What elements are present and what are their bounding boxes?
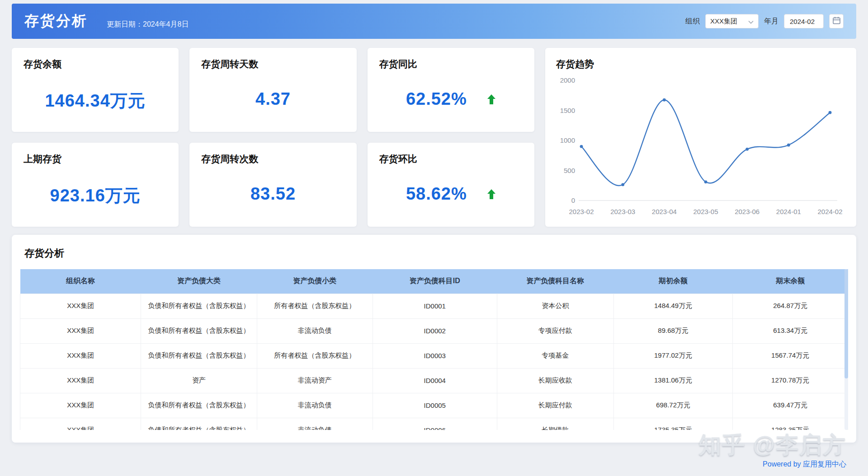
- table-cell: 非流动负债: [257, 418, 373, 430]
- period-input[interactable]: 2024-02: [784, 14, 824, 28]
- table-cell: 264.87万元: [733, 294, 848, 318]
- trend-up-icon: [487, 189, 496, 200]
- kpi-grid: 存货余额1464.34万元存货周转天数4.37存货同比62.52%上期存货923…: [12, 48, 534, 227]
- powered-by-text: Powered by: [763, 460, 803, 468]
- table-header-cell: 资产负债大类: [141, 269, 257, 294]
- kpi-label: 存货环比: [379, 153, 523, 165]
- kpi-label: 存货同比: [379, 58, 523, 70]
- table-cell: XXX集团: [20, 418, 141, 430]
- kpi-value: 923.16万元: [50, 184, 141, 207]
- kpi-section: 存货余额1464.34万元存货周转天数4.37存货同比62.52%上期存货923…: [12, 48, 856, 227]
- table-card: 存货分析 组织名称资产负债大类资产负债小类资产负债科目ID资产负债科目名称期初余…: [12, 235, 856, 443]
- table-header-cell: 资产负债科目ID: [373, 269, 497, 294]
- table-cell: 负债和所有者权益（含股东权益）: [141, 393, 257, 418]
- watermark: 知乎 @李启方: [0, 432, 846, 458]
- period-label: 年月: [764, 17, 778, 26]
- table-cell: XXX集团: [20, 343, 141, 368]
- svg-text:2023-02: 2023-02: [569, 208, 594, 215]
- table-cell: 1567.74万元: [733, 343, 848, 368]
- table-cell: 639.47万元: [733, 393, 848, 418]
- table-cell: 非流动负债: [257, 318, 373, 343]
- table-cell: XXX集团: [20, 393, 141, 418]
- kpi-label: 上期存货: [24, 153, 167, 165]
- table-row: XXX集团资产非流动资产ID0004长期应收款1381.06万元1270.78万…: [20, 368, 848, 393]
- table-cell: XXX集团: [20, 368, 141, 393]
- svg-text:0: 0: [571, 196, 575, 204]
- top-header: 存货分析 更新日期：2024年4月8日 组织 XXX集团 年月 2024-02: [12, 4, 856, 39]
- table-cell: 1270.78万元: [733, 368, 848, 393]
- table-header-cell: 资产负债小类: [257, 269, 373, 294]
- powered-by-link[interactable]: 应用复用中心: [803, 460, 846, 468]
- calendar-button[interactable]: [829, 14, 844, 28]
- table-cell: ID0001: [373, 294, 497, 318]
- org-label: 组织: [685, 17, 700, 26]
- table-cell: 非流动资产: [257, 368, 373, 393]
- table-cell: ID0003: [373, 343, 497, 368]
- chart-title: 存货趋势: [556, 58, 845, 70]
- kpi-value: 1464.34万元: [45, 89, 145, 112]
- svg-text:1000: 1000: [560, 136, 575, 144]
- table-cell: 1283.35万元: [733, 418, 848, 430]
- table-cell: 1735.35万元: [613, 418, 733, 430]
- svg-text:2023-05: 2023-05: [693, 208, 718, 215]
- kpi-label: 存货周转次数: [201, 153, 344, 165]
- table-cell: 所有者权益（含股东权益）: [257, 343, 373, 368]
- table-row: XXX集团负债和所有者权益（含股东权益）非流动负债ID0005长期应付款698.…: [20, 393, 848, 418]
- table-cell: 长期借款: [497, 418, 613, 430]
- kpi-value: 83.52: [250, 184, 296, 204]
- chevron-down-icon: [748, 18, 754, 25]
- table-header-cell: 组织名称: [20, 269, 141, 294]
- table-cell: 1381.06万元: [613, 368, 733, 393]
- table-header-cell: 资产负债科目名称: [497, 269, 613, 294]
- page-title: 存货分析: [24, 11, 88, 31]
- table-cell: 非流动负债: [257, 393, 373, 418]
- table-cell: 负债和所有者权益（含股东权益）: [141, 294, 257, 318]
- svg-text:2024-01: 2024-01: [776, 208, 801, 215]
- table-wrap: 组织名称资产负债大类资产负债小类资产负债科目ID资产负债科目名称期初余额期末余额…: [20, 269, 848, 430]
- table-cell: XXX集团: [20, 318, 141, 343]
- table-row: XXX集团负债和所有者权益（含股东权益）非流动负债ID0006长期借款1735.…: [20, 418, 848, 430]
- kpi-value: 58.62%: [406, 184, 467, 204]
- org-select[interactable]: XXX集团: [705, 14, 759, 28]
- svg-text:2023-03: 2023-03: [610, 208, 635, 215]
- kpi-card-turnover-days: 存货周转天数4.37: [189, 48, 356, 132]
- table-head: 组织名称资产负债大类资产负债小类资产负债科目ID资产负债科目名称期初余额期末余额: [20, 269, 848, 294]
- kpi-value: 4.37: [255, 89, 291, 109]
- table-cell: ID0005: [373, 393, 497, 418]
- table-cell: 所有者权益（含股东权益）: [257, 294, 373, 318]
- scrollbar-thumb[interactable]: [844, 269, 848, 378]
- kpi-card-mom: 存货环比58.62%: [368, 143, 534, 227]
- powered-by: Powered by 应用复用中心: [0, 460, 846, 469]
- table-row: XXX集团负债和所有者权益（含股东权益）所有者权益（含股东权益）ID0001资本…: [20, 294, 848, 318]
- org-select-value: XXX集团: [710, 17, 737, 26]
- calendar-icon: [832, 16, 841, 27]
- table-cell: 专项应付款: [497, 318, 613, 343]
- table-row: XXX集团负债和所有者权益（含股东权益）所有者权益（含股东权益）ID0003专项…: [20, 343, 848, 368]
- kpi-label: 存货周转天数: [201, 58, 344, 70]
- svg-text:2024-02: 2024-02: [817, 208, 842, 215]
- kpi-card-turnover-times: 存货周转次数83.52: [189, 143, 356, 227]
- table-cell: 资本公积: [497, 294, 613, 318]
- table-title: 存货分析: [24, 247, 849, 260]
- table-cell: ID0002: [373, 318, 497, 343]
- svg-text:1500: 1500: [560, 107, 575, 114]
- update-date: 更新日期：2024年4月8日: [107, 20, 189, 29]
- table-header-cell: 期末余额: [733, 269, 848, 294]
- trend-chart-card: 存货趋势 05001000150020002023-022023-032023-…: [545, 48, 856, 227]
- table-cell: XXX集团: [20, 294, 141, 318]
- table-cell: 负债和所有者权益（含股东权益）: [141, 418, 257, 430]
- table-cell: 长期应收款: [497, 368, 613, 393]
- svg-text:2023-04: 2023-04: [652, 208, 677, 215]
- svg-text:500: 500: [564, 167, 575, 174]
- table-header-cell: 期初余额: [613, 269, 733, 294]
- period-value: 2024-02: [790, 18, 815, 25]
- svg-text:2000: 2000: [560, 76, 575, 84]
- kpi-value: 62.52%: [406, 89, 467, 109]
- svg-text:2023-06: 2023-06: [735, 208, 760, 215]
- table-body: XXX集团负债和所有者权益（含股东权益）所有者权益（含股东权益）ID0001资本…: [20, 294, 848, 430]
- table-cell: 负债和所有者权益（含股东权益）: [141, 318, 257, 343]
- trend-up-icon: [487, 94, 496, 105]
- table-scrollbar[interactable]: [844, 269, 848, 430]
- table-cell: 长期应付款: [497, 393, 613, 418]
- table-cell: ID0006: [373, 418, 497, 430]
